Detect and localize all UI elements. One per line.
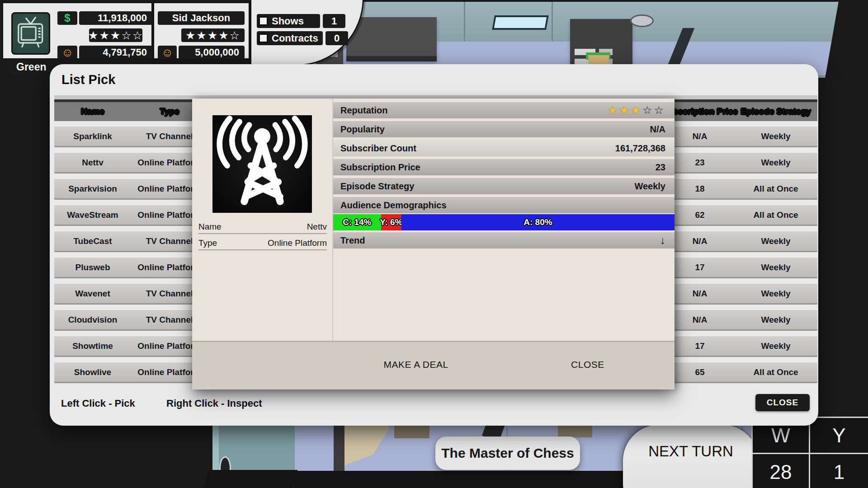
inspect-name-row: Name Nettv: [198, 221, 327, 234]
name-label: Name: [198, 222, 222, 232]
inspect-footer: MAKE A DEAL CLOSE: [192, 341, 675, 389]
studio-logo-icon: [11, 12, 50, 55]
talent-stars: ★★★★☆: [181, 28, 245, 42]
wall-clock: [630, 14, 654, 27]
scene-floor: [203, 470, 298, 488]
subscription-price-row: Subscription Price 23: [333, 159, 675, 175]
scene-window: [492, 15, 549, 30]
row-strategy: Weekly: [734, 152, 817, 174]
trend-down-icon: ↓: [660, 234, 665, 247]
demographics-segment-children: C: 14%: [333, 214, 381, 230]
calendar-year-label: Y: [810, 418, 868, 453]
row-name: WaveStream: [54, 204, 131, 226]
subscriber-label: Subscriber Count: [340, 143, 416, 154]
row-name: Showtime: [54, 335, 131, 357]
hint-left-click: Left Click - Pick: [61, 398, 135, 409]
money-badge: $: [57, 11, 77, 25]
reputation-stars: ★★★☆☆: [608, 104, 665, 117]
calendar-widget: W Y 28 1: [751, 417, 868, 488]
type-value: Online Platform: [268, 238, 327, 248]
shows-toggle[interactable]: Shows: [257, 14, 320, 28]
demographics-bar: C: 14% Y: 6% A: 80%: [333, 214, 675, 230]
row-name: Cloudvision: [54, 309, 131, 331]
happy-face-icon: ☺: [61, 47, 74, 58]
hint-right-click: Right Click - Inspect: [166, 398, 262, 409]
price-label: Subscription Price: [340, 162, 420, 173]
demographics-label: Audience Demographics: [340, 200, 447, 211]
demographics-segment-youth: Y: 6%: [381, 214, 401, 230]
broadcast-antenna-icon: [212, 115, 312, 213]
row-strategy: All at Once: [734, 178, 817, 200]
studio-panel: $ 11,918,000 ★★★☆☆ ☺ 4,791,750: [2, 2, 153, 60]
price-value: 23: [656, 162, 665, 173]
row-strategy: Weekly: [734, 257, 817, 278]
shows-label: Shows: [272, 15, 304, 27]
stars-filled: ★★★: [88, 29, 121, 42]
row-strategy: Weekly: [734, 283, 817, 305]
dialog-close-button[interactable]: CLOSE: [755, 394, 810, 411]
dollar-icon: $: [64, 12, 70, 24]
stars-empty: ☆: [230, 29, 241, 42]
scene-wall-cabinet: [346, 17, 437, 61]
talent-name: Sid Jackson: [158, 11, 245, 25]
contracts-toggle[interactable]: Contracts: [257, 31, 323, 45]
studio-money-value: 11,918,000: [79, 11, 152, 25]
demographics-segment-adults: A: 80%: [401, 214, 675, 230]
inspect-type-row: Type Online Platform: [198, 237, 327, 250]
scene-dark-corner: [825, 2, 868, 78]
type-label: Type: [198, 238, 217, 248]
calendar-year-value: 1: [810, 454, 868, 488]
trend-row: Trend ↓: [333, 232, 675, 249]
row-name: Sparkvision: [54, 178, 131, 200]
row-name: TubeCast: [54, 230, 131, 252]
row-strategy: All at Once: [734, 361, 817, 383]
stars-filled: ★★★: [608, 104, 642, 116]
ceiling-beam: [552, 2, 553, 42]
strategy-value: Weekly: [634, 181, 665, 192]
demographics-header-row: Audience Demographics: [333, 197, 675, 213]
popularity-value: N/A: [650, 124, 665, 135]
stars-empty: ☆☆: [121, 29, 143, 42]
inspect-close-button[interactable]: CLOSE: [571, 359, 604, 370]
contracts-count: 0: [326, 31, 348, 45]
column-header-name: Name: [54, 102, 131, 121]
row-name: Sparklink: [54, 126, 131, 147]
subscriber-count-row: Subscriber Count 161,728,368: [333, 140, 675, 156]
stars-filled: ★★★★: [185, 29, 230, 42]
episode-strategy-row: Episode Strategy Weekly: [333, 178, 675, 194]
make-a-deal-button[interactable]: MAKE A DEAL: [383, 359, 448, 370]
inspect-panel: Name Nettv Type Online Platform Reputati…: [192, 99, 675, 389]
show-name-label: The Master of Chess: [435, 436, 580, 470]
happy-face-icon: ☺: [161, 47, 174, 58]
happiness-badge: ☺: [57, 46, 77, 59]
happiness-badge: ☺: [158, 46, 177, 59]
trend-label: Trend: [340, 235, 365, 246]
shows-checkbox[interactable]: [259, 16, 268, 26]
next-turn-label: NEXT TURN: [623, 443, 759, 460]
strategy-label: Episode Strategy: [340, 181, 414, 192]
ceiling-beam: [464, 2, 465, 42]
row-name: Wavenet: [54, 283, 131, 305]
row-name: Plusweb: [54, 257, 131, 278]
popularity-label: Popularity: [340, 124, 385, 135]
next-turn-button[interactable]: NEXT TURN: [623, 425, 759, 488]
row-name: Showlive: [54, 361, 131, 383]
contracts-checkbox[interactable]: [259, 33, 268, 43]
studio-stars: ★★★☆☆: [89, 28, 142, 42]
row-strategy: All at Once: [734, 204, 817, 226]
row-strategy: Weekly: [734, 230, 817, 252]
row-strategy: Weekly: [734, 126, 817, 147]
door-frame: [334, 423, 344, 471]
shows-count: 1: [323, 14, 345, 28]
row-name: Nettv: [54, 152, 131, 174]
dialog-title: List Pick: [61, 72, 115, 87]
contracts-label: Contracts: [272, 33, 318, 44]
row-strategy: Weekly: [734, 335, 817, 357]
stars-empty: ☆☆: [642, 104, 665, 116]
talent-panel: Sid Jackson ★★★★☆ ☺ 5,000,000: [153, 2, 250, 60]
column-header-episode-strategy: Episode Strategy: [734, 102, 817, 121]
studio-happiness-value: 4,791,750: [79, 46, 152, 59]
reputation-label: Reputation: [340, 105, 387, 116]
popularity-row: Popularity N/A: [333, 121, 675, 137]
reputation-row: Reputation ★★★☆☆: [333, 102, 675, 118]
